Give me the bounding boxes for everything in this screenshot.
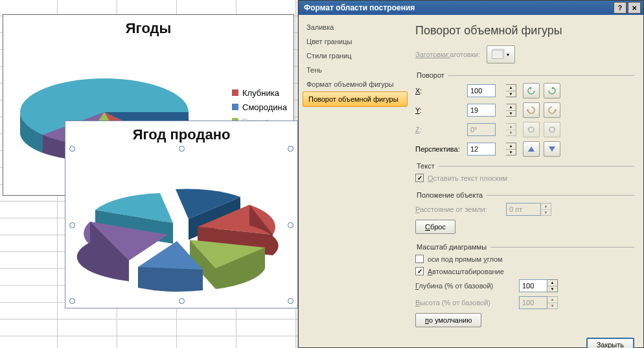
- rotate-x-left-button[interactable]: [523, 83, 540, 99]
- group-rotation: Поворот X: ▲▼ Y: ▲▼ Z: ▲▼: [415, 71, 634, 157]
- pie-chart-2: [72, 148, 292, 297]
- chart2-plot-area[interactable]: [72, 148, 291, 301]
- right-angle-axes-label: оси под прямым углом: [428, 255, 503, 263]
- group-rotation-label: Поворот: [415, 71, 448, 79]
- dialog-titlebar[interactable]: Формат области построения ? ✕: [299, 1, 643, 15]
- legend-item: Клубника: [232, 86, 287, 100]
- depth-input[interactable]: [519, 279, 547, 292]
- close-button[interactable]: ✕: [628, 2, 641, 14]
- chart-berries-sold[interactable]: Ягод продано: [65, 121, 298, 308]
- legend-item: Смородина: [232, 100, 287, 115]
- rotation-x-input[interactable]: [467, 84, 496, 97]
- format-plot-area-dialog: Формат области построения ? ✕ Заливка Цв…: [298, 0, 644, 348]
- sidebar-item-shadow[interactable]: Тень: [301, 63, 409, 77]
- rotation-x-label: X:: [415, 87, 467, 95]
- chart1-title: Ягоды: [3, 20, 293, 37]
- presets-dropdown[interactable]: ▼: [487, 45, 515, 64]
- rotate-y-up-button[interactable]: [523, 102, 540, 118]
- depth-label: Глубина (% от базовой): [415, 282, 519, 290]
- right-angle-axes-checkbox[interactable]: [415, 255, 424, 263]
- chart2-title: Ягод продано: [65, 126, 297, 143]
- dialog-sidebar: Заливка Цвет границы Стили границ Тень Ф…: [299, 15, 409, 347]
- rotate-z-ccw-button: [523, 122, 540, 137]
- resize-handle[interactable]: [288, 298, 293, 304]
- distance-input: [506, 203, 541, 216]
- help-button[interactable]: ?: [614, 2, 627, 14]
- perspective-wide-button[interactable]: [544, 141, 560, 157]
- close-dialog-button[interactable]: Закрыть: [586, 338, 634, 348]
- resize-handle[interactable]: [288, 222, 293, 228]
- height-label: Высота (% от базовой): [415, 299, 519, 307]
- svg-point-3: [549, 127, 555, 132]
- group-scale: Масштаб диаграммы оси под прямым углом А…: [415, 243, 634, 331]
- group-scale-label: Масштаб диаграммы: [415, 243, 490, 251]
- height-spinner: ▲▼: [547, 296, 558, 309]
- rotation-y-input[interactable]: [467, 104, 496, 117]
- panel-title: Поворот объемной фигуры: [415, 24, 634, 38]
- group-text-label: Текст: [415, 162, 439, 170]
- keep-text-flat-label: Оставить текст плоским: [428, 174, 507, 182]
- group-position: Положение объекта Расстояние от земли: ▲…: [415, 191, 634, 238]
- depth-spinner[interactable]: ▲▼: [547, 279, 558, 292]
- sidebar-item-border-styles[interactable]: Стили границ: [301, 49, 409, 63]
- keep-text-flat-checkbox: [415, 174, 424, 182]
- dialog-panel: Поворот объемной фигуры Заготовки:аготов…: [409, 15, 643, 347]
- svg-point-2: [529, 127, 534, 132]
- height-input: [519, 296, 547, 309]
- distance-label: Расстояние от земли:: [415, 205, 506, 213]
- resize-handle[interactable]: [179, 146, 185, 152]
- perspective-narrow-button[interactable]: [523, 141, 540, 157]
- distance-spinner: ▲▼: [541, 203, 551, 216]
- resize-handle[interactable]: [288, 146, 293, 152]
- sidebar-item-border-color[interactable]: Цвет границы: [301, 34, 409, 49]
- rotation-z-input: [467, 123, 496, 136]
- sidebar-item-3d-format[interactable]: Формат объемной фигуры: [301, 77, 409, 91]
- resize-handle[interactable]: [69, 298, 75, 304]
- resize-handle[interactable]: [179, 298, 185, 304]
- default-button[interactable]: по умолчанию: [415, 313, 481, 327]
- autoscale-label: Автомасштабирование: [428, 268, 504, 275]
- rotate-z-cw-button: [544, 122, 560, 137]
- group-position-label: Положение объекта: [415, 191, 487, 199]
- rotation-y-spinner[interactable]: ▲▼: [506, 104, 516, 117]
- perspective-spinner[interactable]: ▲▼: [506, 143, 516, 156]
- resize-handle[interactable]: [69, 222, 75, 228]
- rotation-x-spinner[interactable]: ▲▼: [506, 84, 516, 97]
- dialog-title: Формат области построения: [304, 3, 415, 12]
- perspective-input[interactable]: [467, 143, 496, 156]
- group-text: Текст Оставить текст плоским: [415, 162, 634, 186]
- reset-button[interactable]: Сброс: [415, 220, 455, 234]
- rotation-z-label: Z:: [415, 126, 467, 133]
- autoscale-checkbox[interactable]: [415, 267, 424, 275]
- rotation-z-spinner: ▲▼: [506, 123, 516, 136]
- resize-handle[interactable]: [69, 146, 75, 152]
- perspective-label: Перспектива:: [415, 145, 467, 153]
- rotation-y-label: Y:: [415, 106, 467, 114]
- rotate-y-down-button[interactable]: [544, 102, 560, 118]
- presets-label: Заготовки:аготовки:: [415, 51, 480, 58]
- sidebar-item-3d-rotation[interactable]: Поворот объемной фигуры: [303, 91, 408, 107]
- rotate-x-right-button[interactable]: [544, 83, 560, 99]
- sidebar-item-fill[interactable]: Заливка: [301, 20, 409, 34]
